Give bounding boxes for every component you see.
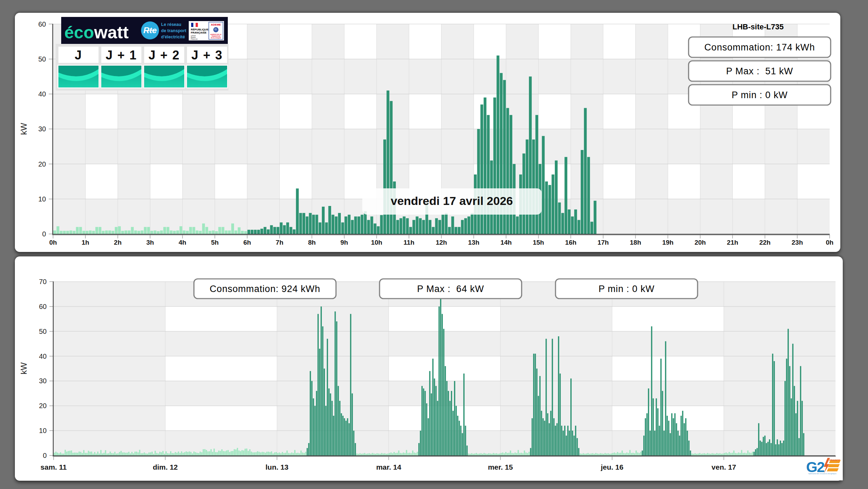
svg-text:50: 50: [38, 55, 46, 63]
svg-text:0h: 0h: [826, 239, 833, 246]
svg-text:4h: 4h: [179, 239, 186, 246]
svg-text:Consommation: 174 kWh: Consommation: 174 kWh: [704, 42, 815, 53]
svg-text:23h: 23h: [792, 239, 803, 246]
svg-text:60: 60: [39, 303, 47, 310]
svg-text:11h: 11h: [403, 239, 414, 246]
svg-text:dim. 12: dim. 12: [153, 463, 178, 471]
svg-text:9h: 9h: [340, 239, 348, 246]
svg-text:Consommation: 924 kWh: Consommation: 924 kWh: [210, 284, 320, 294]
svg-text:40: 40: [39, 352, 47, 360]
svg-text:7h: 7h: [276, 239, 283, 246]
svg-text:écowatt: écowatt: [64, 23, 129, 42]
svg-text:jeu. 16: jeu. 16: [600, 463, 623, 471]
svg-text:0: 0: [42, 230, 46, 238]
svg-text:kW: kW: [19, 123, 28, 135]
svg-text:lun. 13: lun. 13: [265, 463, 289, 471]
svg-text:P Max : 64 kW: P Max : 64 kW: [417, 284, 484, 294]
svg-text:J: J: [75, 48, 82, 62]
svg-text:10: 10: [38, 195, 46, 203]
svg-text:20h: 20h: [694, 239, 706, 246]
svg-text:Fraternité: Fraternité: [191, 38, 198, 40]
svg-text:3h: 3h: [146, 239, 154, 246]
svg-text:21h: 21h: [727, 239, 738, 246]
svg-text:Rte: Rte: [143, 26, 157, 35]
svg-text:ÉCOLOGIQUE: ÉCOLOGIQUE: [211, 37, 221, 39]
svg-text:Optimisation des ressources én: Optimisation des ressources énergétiques: [808, 473, 837, 474]
svg-text:J + 1: J + 1: [105, 48, 137, 62]
svg-text:40: 40: [38, 90, 46, 98]
svg-text:mar. 14: mar. 14: [376, 463, 401, 471]
svg-text:LHB-site-L735: LHB-site-L735: [732, 22, 784, 31]
svg-text:Le réseau: Le réseau: [161, 22, 181, 27]
svg-text:19h: 19h: [662, 239, 674, 246]
svg-text:6h: 6h: [243, 239, 251, 246]
svg-text:16h: 16h: [565, 239, 577, 246]
svg-text:50: 50: [39, 328, 47, 335]
svg-text:kW: kW: [19, 362, 28, 374]
svg-text:30: 30: [39, 377, 47, 385]
svg-text:RÉPUBLIQUE: RÉPUBLIQUE: [191, 28, 208, 31]
svg-text:17h: 17h: [597, 239, 609, 246]
svg-text:8h: 8h: [308, 239, 316, 246]
svg-text:d'électricité: d'électricité: [161, 35, 185, 39]
svg-text:0h: 0h: [49, 239, 57, 246]
svg-text:30: 30: [38, 125, 46, 133]
svg-text:20: 20: [38, 160, 46, 168]
svg-text:ADEME: ADEME: [211, 23, 221, 26]
svg-text:2h: 2h: [114, 239, 122, 246]
svg-text:12h: 12h: [436, 239, 447, 246]
svg-text:10: 10: [39, 427, 47, 434]
svg-text:0: 0: [43, 452, 47, 459]
svg-text:20: 20: [39, 402, 47, 410]
svg-text:J + 2: J + 2: [148, 48, 180, 62]
svg-text:mer. 15: mer. 15: [488, 463, 513, 471]
svg-text:sam. 11: sam. 11: [40, 463, 67, 471]
svg-text:15h: 15h: [533, 239, 544, 246]
svg-text:18h: 18h: [630, 239, 641, 246]
svg-text:P Max : 51 kW: P Max : 51 kW: [726, 66, 793, 76]
svg-text:14h: 14h: [501, 239, 512, 246]
svg-text:vendredi 17 avril 2026: vendredi 17 avril 2026: [391, 194, 513, 207]
svg-text:70: 70: [39, 278, 47, 285]
svg-text:P min : 0 kW: P min : 0 kW: [598, 284, 654, 294]
svg-text:5h: 5h: [211, 239, 218, 246]
svg-text:J + 3: J + 3: [191, 48, 223, 62]
svg-text:de transport: de transport: [161, 28, 187, 33]
svg-text:P min : 0 kW: P min : 0 kW: [731, 90, 787, 100]
svg-text:60: 60: [38, 20, 46, 28]
svg-text:10h: 10h: [371, 239, 382, 246]
svg-text:22h: 22h: [759, 239, 771, 246]
svg-text:FRANÇAISE: FRANÇAISE: [191, 31, 206, 34]
svg-text:13h: 13h: [468, 239, 479, 246]
svg-text:FRANCE: FRANCE: [829, 459, 840, 462]
svg-text:1h: 1h: [82, 239, 89, 246]
svg-text:ven. 17: ven. 17: [711, 463, 736, 471]
